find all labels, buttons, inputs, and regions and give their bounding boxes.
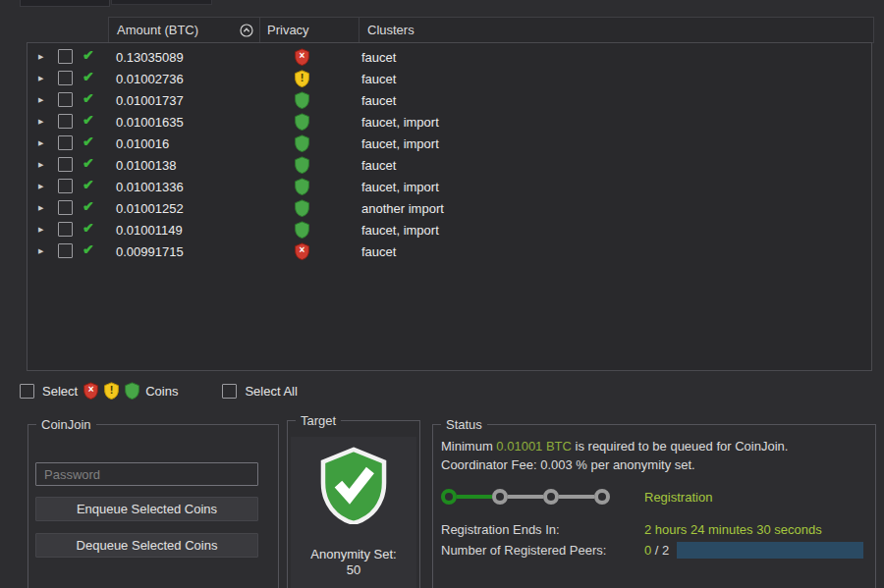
shield-check-icon <box>320 447 387 527</box>
expander-icon[interactable]: ▶ <box>38 96 43 104</box>
expander-icon[interactable]: ▶ <box>38 226 43 234</box>
coin-clusters: faucet <box>361 158 396 173</box>
shield-glyph: × <box>295 48 309 65</box>
shield-glyph: ! <box>104 382 119 399</box>
minimum-amount: 0.01001 BTC <box>496 439 572 454</box>
enqueue-selected-coins-button[interactable]: Enqueue Selected Coins <box>35 497 258 521</box>
coin-row[interactable]: ▶ ✔ 0.0100138 faucet <box>28 154 871 176</box>
coin-checkbox[interactable] <box>58 200 73 215</box>
dequeue-selected-coins-button[interactable]: Dequeue Selected Coins <box>35 533 258 558</box>
shield-glyph <box>295 134 309 151</box>
coinjoin-phase-stepper <box>441 489 610 505</box>
anonymity-set-value: 50 <box>291 562 416 578</box>
coin-amount: 0.01001336 <box>116 180 184 194</box>
column-header-amount[interactable]: Amount (BTC) <box>109 18 259 42</box>
coin-row[interactable]: ▶ ✔ 0.01001336 faucet, import <box>28 176 871 197</box>
expander-icon[interactable]: ▶ <box>38 161 43 169</box>
confirmed-check-icon: ✔ <box>83 241 94 257</box>
expander-icon[interactable]: ▶ <box>38 247 43 255</box>
coin-row[interactable]: ▶ ✔ 0.00991715 × faucet <box>28 241 871 262</box>
phase-step-1-icon <box>441 489 457 505</box>
shield-green-icon <box>295 113 309 131</box>
coin-checkbox[interactable] <box>58 114 73 129</box>
shield-glyph: × <box>295 242 309 259</box>
confirmed-check-icon: ✔ <box>83 112 94 128</box>
coin-row[interactable]: ▶ ✔ 0.01002736 ! faucet <box>28 68 871 89</box>
coin-amount: 0.01001737 <box>116 93 184 108</box>
select-privacy-coins-checkbox[interactable] <box>20 384 34 399</box>
coin-amount: 0.01001252 <box>116 201 184 216</box>
coin-row[interactable]: ▶ ✔ 0.01001252 another import <box>28 197 871 219</box>
expander-icon[interactable]: ▶ <box>38 75 43 82</box>
minimum-prefix: Minimum <box>441 439 496 454</box>
confirmed-check-icon: ✔ <box>83 177 94 192</box>
select-all-label: Select All <box>245 384 297 399</box>
registered-peers-value: 0 / 2 <box>644 543 669 558</box>
target-group: Target Anonymity Set: 50 <box>287 420 420 588</box>
expander-icon[interactable]: ▶ <box>38 118 43 126</box>
select-all-checkbox[interactable] <box>222 384 237 399</box>
expander-icon[interactable]: ▶ <box>38 53 43 61</box>
cutoff-tab-remnant <box>20 0 110 7</box>
coin-checkbox[interactable] <box>58 243 73 258</box>
shield-green-icon <box>295 221 309 239</box>
shield-glyph: × <box>83 382 98 399</box>
coin-checkbox[interactable] <box>58 49 73 64</box>
confirmed-check-icon: ✔ <box>83 134 94 149</box>
peers-progress-bar <box>677 542 863 559</box>
coin-table-header: Amount (BTC) Privacy Clusters <box>108 17 874 43</box>
coin-checkbox[interactable] <box>58 92 73 107</box>
coin-checkbox[interactable] <box>58 157 73 172</box>
anonymity-target-button[interactable]: Anonymity Set: 50 <box>291 437 416 588</box>
coin-row[interactable]: ▶ ✔ 0.010016 faucet, import <box>28 133 871 154</box>
confirmed-check-icon: ✔ <box>83 47 94 63</box>
coin-amount: 0.0100138 <box>116 158 176 173</box>
coin-amount: 0.00991715 <box>116 244 184 259</box>
column-header-clusters-label: Clusters <box>367 23 414 37</box>
anonymity-set-label: Anonymity Set: <box>291 547 416 562</box>
coin-amount: 0.01001149 <box>116 223 183 238</box>
shield-glyph <box>295 221 309 238</box>
phase-step-4-icon <box>594 489 610 505</box>
coordinator-fee-line: Coordinator Fee: 0.003 % per anonymity s… <box>441 457 695 472</box>
shield-red-icon: × <box>295 242 309 260</box>
sort-ascending-icon[interactable] <box>240 24 253 37</box>
shield-glyph: ! <box>295 70 309 86</box>
registration-ends-label: Registration Ends In: <box>441 522 560 537</box>
column-header-clusters[interactable]: Clusters <box>359 18 873 42</box>
shield-green-icon <box>295 134 309 152</box>
coin-clusters: faucet <box>361 50 396 65</box>
select-label: Select <box>42 384 78 399</box>
password-input[interactable] <box>35 462 258 486</box>
coin-row[interactable]: ▶ ✔ 0.01001635 faucet, import <box>28 111 871 133</box>
shield-yellow-icon: ! <box>295 70 309 87</box>
confirmed-check-icon: ✔ <box>83 69 94 84</box>
phase-step-2-icon <box>492 489 508 505</box>
select-all-control[interactable]: Select All <box>222 384 297 399</box>
coin-row[interactable]: ▶ ✔ 0.01001737 faucet <box>28 89 871 111</box>
shield-glyph <box>295 91 309 108</box>
shield-green-icon <box>295 199 309 217</box>
shield-glyph <box>295 199 309 216</box>
expander-icon[interactable]: ▶ <box>38 204 43 212</box>
coin-checkbox[interactable] <box>58 222 73 237</box>
phase-connector-3 <box>559 495 594 499</box>
selection-bar: Select × ! Coins Select All <box>20 382 298 400</box>
coin-row[interactable]: ▶ ✔ 0.01001149 faucet, import <box>28 219 871 241</box>
peers-total: / 2 <box>651 543 669 558</box>
expander-icon[interactable]: ▶ <box>38 139 43 147</box>
confirmed-check-icon: ✔ <box>83 90 94 106</box>
column-header-privacy[interactable]: Privacy <box>259 18 359 42</box>
shield-green-icon <box>295 178 309 195</box>
phase-label: Registration <box>644 490 712 505</box>
status-group-title: Status <box>441 417 487 432</box>
coin-checkbox[interactable] <box>58 179 73 193</box>
coin-row[interactable]: ▶ ✔ 0.13035089 × faucet <box>28 46 871 68</box>
confirmed-check-icon: ✔ <box>83 220 94 236</box>
coin-checkbox[interactable] <box>58 135 73 150</box>
coin-checkbox[interactable] <box>58 71 73 85</box>
shield-glyph <box>295 178 309 194</box>
minimum-required-line: Minimum 0.01001 BTC is required to be qu… <box>441 439 788 454</box>
select-privacy-coins-control[interactable]: Select × ! Coins <box>20 382 178 400</box>
expander-icon[interactable]: ▶ <box>38 183 43 190</box>
